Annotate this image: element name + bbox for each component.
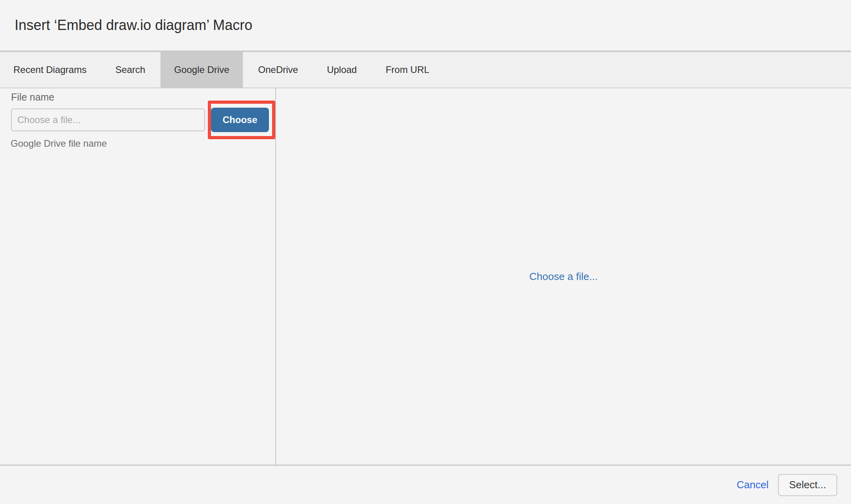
choose-button-highlight-annotation: Choose: [208, 101, 275, 139]
google-drive-file-name-helper: Google Drive file name: [11, 138, 107, 149]
tab-onedrive[interactable]: OneDrive: [245, 52, 312, 88]
tab-google-drive[interactable]: Google Drive: [160, 52, 243, 88]
preview-panel: Choose a file...: [276, 88, 851, 465]
tab-strip: Recent Diagrams Search Google Drive OneD…: [0, 50, 851, 88]
dialog-title: Insert ‘Embed draw.io diagram’ Macro: [15, 17, 252, 34]
choose-button[interactable]: Choose: [211, 108, 269, 132]
cancel-button[interactable]: Cancel: [737, 479, 769, 491]
choose-a-file-link[interactable]: Choose a file...: [529, 271, 597, 283]
select-button[interactable]: Select...: [778, 474, 837, 496]
tab-search[interactable]: Search: [102, 52, 159, 88]
dialog-footer: Cancel Select...: [0, 465, 851, 504]
dialog-content: File name Choose Google Drive file name …: [0, 88, 851, 465]
tab-from-url[interactable]: From URL: [372, 52, 443, 88]
file-name-label: File name: [11, 91, 54, 103]
file-name-input[interactable]: [11, 108, 205, 131]
dialog-header: Insert ‘Embed draw.io diagram’ Macro: [0, 0, 851, 50]
file-picker-panel: File name Choose Google Drive file name: [0, 88, 275, 465]
tab-recent-diagrams[interactable]: Recent Diagrams: [0, 52, 100, 88]
tab-upload[interactable]: Upload: [314, 52, 370, 88]
